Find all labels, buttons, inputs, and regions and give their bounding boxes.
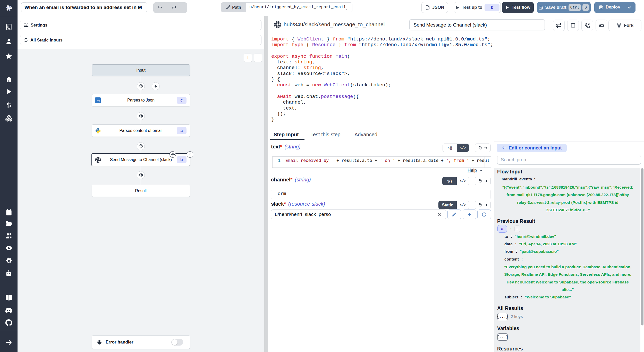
svg-text:TS: TS	[97, 99, 100, 102]
